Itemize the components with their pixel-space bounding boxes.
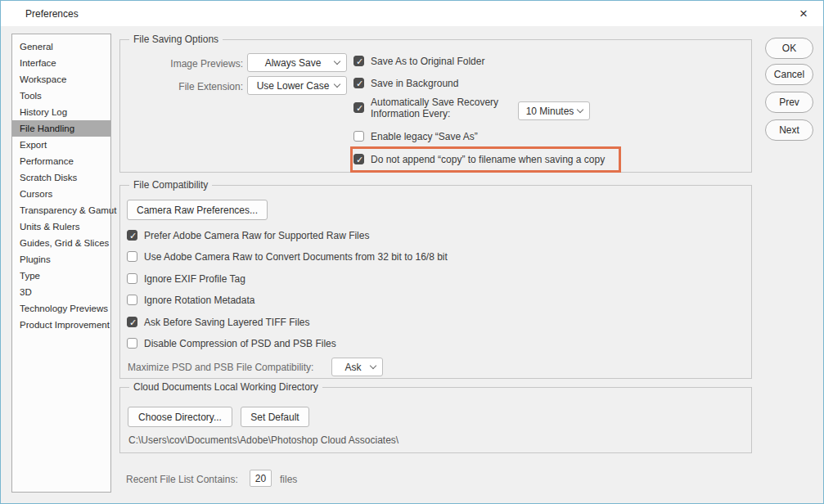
checkbox-auto-save-recovery[interactable]: Automatically Save Recovery Information …	[353, 97, 526, 119]
sidebar-item-type[interactable]: Type	[12, 268, 110, 284]
checkbox-unchecked-icon[interactable]	[127, 251, 137, 262]
group-title: File Saving Options	[129, 34, 223, 45]
checkbox-label: Ignore Rotation Metadata	[144, 295, 254, 306]
checkbox-checked-icon[interactable]	[353, 78, 364, 88]
sidebar-item-scratch-disks[interactable]: Scratch Disks	[12, 169, 110, 186]
title-bar: Preferences ×	[1, 1, 823, 26]
image-previews-dropdown[interactable]: Always Save	[247, 53, 347, 72]
checkbox-label: Disable Compression of PSD and PSB Files	[144, 338, 336, 349]
checkbox-label: Ignore EXIF Profile Tag	[144, 273, 245, 285]
ok-button[interactable]: OK	[765, 38, 813, 59]
checkbox-label: Do not append “copy” to filename when sa…	[371, 154, 605, 165]
maximize-compatibility-dropdown[interactable]: Ask	[331, 358, 383, 376]
dropdown-value: 10 Minutes	[526, 106, 583, 117]
file-extension-dropdown[interactable]: Use Lower Case	[247, 76, 347, 95]
checkbox-disable-compression-psd-psb[interactable]: Disable Compression of PSD and PSB Files	[127, 338, 336, 349]
checkbox-ignore-exif-profile-tag[interactable]: Ignore EXIF Profile Tag	[127, 273, 245, 285]
checkbox-do-not-append-copy[interactable]: Do not append “copy” to filename when sa…	[353, 154, 605, 165]
cancel-button[interactable]: Cancel	[765, 64, 813, 85]
preferences-category-list: General Interface Workspace Tools Histor…	[11, 34, 111, 493]
next-button[interactable]: Next	[765, 119, 813, 141]
checkbox-checked-icon[interactable]	[353, 102, 364, 113]
group-title: Cloud Documents Local Working Directory	[129, 381, 322, 393]
sidebar-item-tools[interactable]: Tools	[12, 88, 110, 104]
recent-files-count-input[interactable]	[250, 470, 272, 487]
checkbox-unchecked-icon[interactable]	[353, 131, 364, 142]
dropdown-value: Always Save	[265, 57, 330, 69]
working-directory-path: C:\Users\cov\Documents\Adobe\Photoshop C…	[128, 434, 398, 446]
file-extension-label: File Extension:	[120, 81, 243, 92]
checkbox-save-in-background[interactable]: Save in Background	[353, 78, 458, 89]
checkbox-label: Prefer Adobe Camera Raw for Supported Ra…	[144, 230, 369, 241]
checkbox-ignore-rotation-metadata[interactable]: Ignore Rotation Metadata	[127, 295, 254, 306]
cloud-documents-group: Cloud Documents Local Working Directory …	[119, 387, 752, 453]
checkbox-checked-icon[interactable]	[353, 56, 364, 66]
checkbox-checked-icon[interactable]	[353, 154, 364, 164]
sidebar-item-history-log[interactable]: History Log	[12, 104, 110, 120]
dropdown-value: Ask	[344, 362, 369, 373]
group-title: File Compatibility	[129, 179, 212, 191]
sidebar-item-transparency-gamut[interactable]: Transparency & Gamut	[12, 202, 110, 218]
chevron-down-icon	[334, 57, 340, 64]
checkbox-use-camera-raw-convert[interactable]: Use Adobe Camera Raw to Convert Document…	[127, 251, 448, 263]
sidebar-item-interface[interactable]: Interface	[12, 55, 110, 71]
checkbox-label: Use Adobe Camera Raw to Convert Document…	[144, 251, 448, 263]
sidebar-item-general[interactable]: General	[12, 38, 110, 55]
recent-file-list-label: Recent File List Contains:	[126, 474, 238, 485]
checkbox-label: Save As to Original Folder	[371, 56, 484, 67]
image-previews-label: Image Previews:	[120, 58, 243, 70]
checkbox-checked-icon[interactable]	[127, 230, 137, 241]
checkbox-label: Enable legacy “Save As”	[371, 131, 478, 142]
checkbox-prefer-adobe-camera-raw[interactable]: Prefer Adobe Camera Raw for Supported Ra…	[127, 230, 369, 241]
file-compatibility-group: File Compatibility Camera Raw Preference…	[119, 185, 752, 379]
checkbox-unchecked-icon[interactable]	[127, 295, 137, 305]
sidebar-item-cursors[interactable]: Cursors	[12, 186, 110, 202]
sidebar-item-technology-previews[interactable]: Technology Previews	[12, 300, 110, 317]
maximize-compatibility-label: Maximize PSD and PSB File Compatibility:	[128, 362, 313, 373]
dialog-title: Preferences	[25, 8, 79, 20]
sidebar-item-file-handling[interactable]: File Handling	[12, 120, 110, 137]
checkbox-save-as-original-folder[interactable]: Save As to Original Folder	[353, 56, 484, 67]
checkbox-label: Automatically Save Recovery Information …	[371, 97, 526, 119]
sidebar-item-workspace[interactable]: Workspace	[12, 71, 110, 88]
dropdown-value: Use Lower Case	[257, 80, 338, 92]
checkbox-label: Save in Background	[371, 78, 458, 89]
checkbox-checked-icon[interactable]	[127, 317, 137, 327]
sidebar-item-guides-grid-slices[interactable]: Guides, Grid & Slices	[12, 235, 110, 251]
prev-button[interactable]: Prev	[765, 92, 813, 113]
checkbox-unchecked-icon[interactable]	[127, 273, 137, 284]
checkbox-ask-before-saving-tiff[interactable]: Ask Before Saving Layered TIFF Files	[127, 317, 310, 328]
sidebar-item-performance[interactable]: Performance	[12, 153, 110, 169]
checkbox-label: Ask Before Saving Layered TIFF Files	[144, 317, 310, 328]
checkbox-enable-legacy-save-as[interactable]: Enable legacy “Save As”	[353, 131, 478, 142]
recovery-interval-dropdown[interactable]: 10 Minutes	[518, 101, 590, 120]
choose-directory-button[interactable]: Choose Directory...	[128, 407, 232, 427]
preferences-dialog: Preferences × General Interface Workspac…	[0, 0, 824, 504]
camera-raw-preferences-button[interactable]: Camera Raw Preferences...	[127, 200, 268, 220]
sidebar-item-plugins[interactable]: Plugins	[12, 251, 110, 268]
sidebar-item-3d[interactable]: 3D	[12, 284, 110, 300]
sidebar-item-units-rulers[interactable]: Units & Rulers	[12, 218, 110, 235]
close-icon[interactable]: ×	[795, 5, 813, 23]
sidebar-item-export[interactable]: Export	[12, 137, 110, 153]
set-default-button[interactable]: Set Default	[241, 407, 309, 427]
file-saving-options-group: File Saving Options Image Previews: Alwa…	[119, 39, 752, 173]
checkbox-unchecked-icon[interactable]	[127, 338, 137, 349]
recent-files-suffix: files	[280, 474, 297, 485]
chevron-down-icon	[370, 362, 376, 368]
sidebar-item-product-improvement[interactable]: Product Improvement	[12, 317, 110, 333]
